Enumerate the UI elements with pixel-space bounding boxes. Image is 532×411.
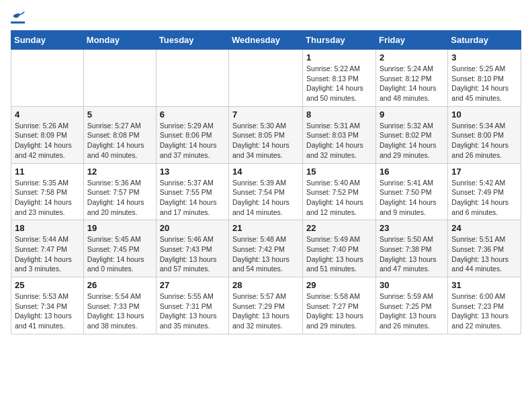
day-number: 29 <box>306 280 372 290</box>
calendar-cell: 18Sunrise: 5:44 AMSunset: 7:47 PMDayligh… <box>11 220 84 277</box>
weekday-header: Sunday <box>11 31 84 50</box>
weekday-header: Tuesday <box>156 31 228 50</box>
weekday-header: Monday <box>83 31 156 50</box>
calendar-week-row: 11Sunrise: 5:35 AMSunset: 7:58 PMDayligh… <box>11 163 521 220</box>
day-number: 21 <box>232 223 299 233</box>
calendar-cell: 31Sunrise: 6:00 AMSunset: 7:23 PMDayligh… <box>448 277 521 334</box>
day-number: 4 <box>15 109 80 120</box>
calendar-cell <box>229 50 303 107</box>
calendar-cell: 2Sunrise: 5:24 AMSunset: 8:12 PMDaylight… <box>375 50 447 107</box>
day-number: 30 <box>380 280 444 290</box>
calendar-cell: 9Sunrise: 5:32 AMSunset: 8:02 PMDaylight… <box>375 106 447 163</box>
calendar-week-row: 1Sunrise: 5:22 AMSunset: 8:13 PMDaylight… <box>11 50 521 107</box>
day-info: Sunrise: 5:31 AMSunset: 8:03 PMDaylight:… <box>306 121 372 161</box>
calendar-cell: 14Sunrise: 5:39 AMSunset: 7:54 PMDayligh… <box>229 163 303 220</box>
day-number: 18 <box>15 223 80 233</box>
day-info: Sunrise: 5:29 AMSunset: 8:06 PMDaylight:… <box>160 121 225 161</box>
weekday-header: Thursday <box>303 31 376 50</box>
day-number: 10 <box>451 109 517 120</box>
day-info: Sunrise: 5:42 AMSunset: 7:49 PMDaylight:… <box>451 178 517 218</box>
day-info: Sunrise: 5:51 AMSunset: 7:36 PMDaylight:… <box>451 234 517 274</box>
day-info: Sunrise: 5:25 AMSunset: 8:10 PMDaylight:… <box>451 64 517 103</box>
calendar-cell: 29Sunrise: 5:58 AMSunset: 7:27 PMDayligh… <box>303 277 376 334</box>
logo-bird-icon <box>11 11 25 21</box>
calendar-cell: 25Sunrise: 5:53 AMSunset: 7:34 PMDayligh… <box>11 277 84 334</box>
day-number: 6 <box>160 109 225 120</box>
day-number: 15 <box>306 167 372 177</box>
day-info: Sunrise: 5:26 AMSunset: 8:09 PMDaylight:… <box>15 121 80 161</box>
day-info: Sunrise: 5:54 AMSunset: 7:33 PMDaylight:… <box>87 291 152 331</box>
day-number: 23 <box>380 223 444 233</box>
day-info: Sunrise: 5:36 AMSunset: 7:57 PMDaylight:… <box>87 178 152 218</box>
day-info: Sunrise: 6:00 AMSunset: 7:23 PMDaylight:… <box>451 291 517 331</box>
day-number: 25 <box>15 280 80 290</box>
calendar-cell: 6Sunrise: 5:29 AMSunset: 8:06 PMDaylight… <box>156 106 228 163</box>
day-info: Sunrise: 5:24 AMSunset: 8:12 PMDaylight:… <box>380 64 444 103</box>
day-number: 17 <box>451 167 517 177</box>
day-number: 7 <box>232 109 299 120</box>
day-number: 1 <box>306 52 372 62</box>
day-number: 8 <box>306 109 372 120</box>
calendar-week-row: 4Sunrise: 5:26 AMSunset: 8:09 PMDaylight… <box>11 106 521 163</box>
day-number: 2 <box>380 52 444 62</box>
weekday-header: Wednesday <box>229 31 303 50</box>
day-info: Sunrise: 5:22 AMSunset: 8:13 PMDaylight:… <box>306 64 372 103</box>
page-header <box>11 11 521 24</box>
calendar-cell: 24Sunrise: 5:51 AMSunset: 7:36 PMDayligh… <box>448 220 521 277</box>
calendar-cell: 11Sunrise: 5:35 AMSunset: 7:58 PMDayligh… <box>11 163 84 220</box>
day-number: 5 <box>87 109 152 120</box>
day-number: 13 <box>160 167 225 177</box>
day-info: Sunrise: 5:55 AMSunset: 7:31 PMDaylight:… <box>160 291 225 331</box>
day-info: Sunrise: 5:49 AMSunset: 7:40 PMDaylight:… <box>306 234 372 274</box>
day-number: 3 <box>451 52 517 62</box>
calendar-cell: 22Sunrise: 5:49 AMSunset: 7:40 PMDayligh… <box>303 220 376 277</box>
calendar-cell: 5Sunrise: 5:27 AMSunset: 8:08 PMDaylight… <box>83 106 156 163</box>
day-info: Sunrise: 5:53 AMSunset: 7:34 PMDaylight:… <box>15 291 80 331</box>
day-info: Sunrise: 5:41 AMSunset: 7:50 PMDaylight:… <box>380 178 444 218</box>
day-number: 31 <box>451 280 517 290</box>
day-info: Sunrise: 5:44 AMSunset: 7:47 PMDaylight:… <box>15 234 80 274</box>
day-info: Sunrise: 5:39 AMSunset: 7:54 PMDaylight:… <box>232 178 299 218</box>
calendar-week-row: 25Sunrise: 5:53 AMSunset: 7:34 PMDayligh… <box>11 277 521 334</box>
day-info: Sunrise: 5:45 AMSunset: 7:45 PMDaylight:… <box>87 234 152 274</box>
day-number: 16 <box>380 167 444 177</box>
day-number: 9 <box>380 109 444 120</box>
day-info: Sunrise: 5:40 AMSunset: 7:52 PMDaylight:… <box>306 178 372 218</box>
calendar-cell <box>83 50 156 107</box>
day-info: Sunrise: 5:32 AMSunset: 8:02 PMDaylight:… <box>380 121 444 161</box>
calendar-cell: 7Sunrise: 5:30 AMSunset: 8:05 PMDaylight… <box>229 106 303 163</box>
calendar-cell: 4Sunrise: 5:26 AMSunset: 8:09 PMDaylight… <box>11 106 84 163</box>
logo <box>11 11 25 24</box>
calendar-cell: 20Sunrise: 5:46 AMSunset: 7:43 PMDayligh… <box>156 220 228 277</box>
day-number: 27 <box>160 280 225 290</box>
day-info: Sunrise: 5:57 AMSunset: 7:29 PMDaylight:… <box>232 291 299 331</box>
day-info: Sunrise: 5:30 AMSunset: 8:05 PMDaylight:… <box>232 121 299 161</box>
calendar-cell: 27Sunrise: 5:55 AMSunset: 7:31 PMDayligh… <box>156 277 228 334</box>
calendar-cell: 16Sunrise: 5:41 AMSunset: 7:50 PMDayligh… <box>375 163 447 220</box>
day-info: Sunrise: 5:35 AMSunset: 7:58 PMDaylight:… <box>15 178 80 218</box>
day-info: Sunrise: 5:50 AMSunset: 7:38 PMDaylight:… <box>380 234 444 274</box>
calendar-cell: 23Sunrise: 5:50 AMSunset: 7:38 PMDayligh… <box>375 220 447 277</box>
day-number: 12 <box>87 167 152 177</box>
calendar-cell: 1Sunrise: 5:22 AMSunset: 8:13 PMDaylight… <box>303 50 376 107</box>
calendar-cell: 15Sunrise: 5:40 AMSunset: 7:52 PMDayligh… <box>303 163 376 220</box>
weekday-header-row: SundayMondayTuesdayWednesdayThursdayFrid… <box>11 31 521 50</box>
weekday-header: Friday <box>375 31 447 50</box>
weekday-header: Saturday <box>448 31 521 50</box>
day-number: 22 <box>306 223 372 233</box>
calendar-cell: 30Sunrise: 5:59 AMSunset: 7:25 PMDayligh… <box>375 277 447 334</box>
calendar-cell: 21Sunrise: 5:48 AMSunset: 7:42 PMDayligh… <box>229 220 303 277</box>
calendar-cell: 10Sunrise: 5:34 AMSunset: 8:00 PMDayligh… <box>448 106 521 163</box>
day-number: 26 <box>87 280 152 290</box>
day-number: 24 <box>451 223 517 233</box>
calendar-cell: 26Sunrise: 5:54 AMSunset: 7:33 PMDayligh… <box>83 277 156 334</box>
day-info: Sunrise: 5:46 AMSunset: 7:43 PMDaylight:… <box>160 234 225 274</box>
calendar-cell: 12Sunrise: 5:36 AMSunset: 7:57 PMDayligh… <box>83 163 156 220</box>
calendar-cell: 3Sunrise: 5:25 AMSunset: 8:10 PMDaylight… <box>448 50 521 107</box>
day-number: 19 <box>87 223 152 233</box>
calendar-cell: 28Sunrise: 5:57 AMSunset: 7:29 PMDayligh… <box>229 277 303 334</box>
day-info: Sunrise: 5:34 AMSunset: 8:00 PMDaylight:… <box>451 121 517 161</box>
day-info: Sunrise: 5:58 AMSunset: 7:27 PMDaylight:… <box>306 291 372 331</box>
day-number: 20 <box>160 223 225 233</box>
day-info: Sunrise: 5:48 AMSunset: 7:42 PMDaylight:… <box>232 234 299 274</box>
